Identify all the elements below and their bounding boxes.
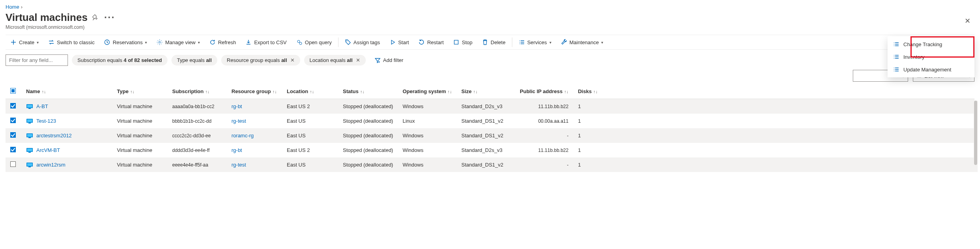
start-button[interactable]: Start	[385, 35, 414, 49]
cell-os: Windows	[398, 128, 457, 143]
table-row[interactable]: arctestrsm2012 Virtual machine cccc2c2c-…	[6, 128, 974, 143]
list-icon	[893, 41, 899, 47]
sort-icon: ↑↓	[448, 89, 452, 94]
col-subscription[interactable]: Subscription↑↓	[167, 84, 227, 99]
filter-chip-resource-group[interactable]: Resource group equals all ✕	[221, 55, 300, 66]
switch-classic-button[interactable]: Switch to classic	[43, 35, 99, 49]
col-status[interactable]: Status↑↓	[338, 84, 398, 99]
vm-name-link[interactable]: A-BT	[36, 103, 48, 109]
svg-rect-20	[28, 167, 31, 167]
add-filter-button[interactable]: Add filter	[370, 55, 408, 66]
create-button[interactable]: Create ▾	[6, 35, 43, 49]
play-icon	[389, 39, 396, 45]
command-bar: Create ▾ Switch to classic Reservations …	[6, 35, 974, 50]
col-name[interactable]: Name↑↓	[21, 84, 112, 99]
refresh-button[interactable]: Refresh	[205, 35, 241, 49]
svg-rect-11	[28, 123, 31, 124]
breadcrumb-home[interactable]: Home	[6, 4, 19, 10]
manage-view-button[interactable]: Manage view ▾	[152, 35, 205, 49]
table-row[interactable]: ArcVM-BT Virtual machine dddd3d3d-ee4e-f…	[6, 143, 974, 157]
col-location[interactable]: Location↑↓	[282, 84, 338, 99]
reservations-button[interactable]: Reservations ▾	[99, 35, 152, 49]
chip-clear-icon[interactable]: ✕	[290, 57, 295, 63]
stop-button[interactable]: Stop	[448, 35, 477, 49]
refresh-icon	[209, 39, 216, 45]
cell-subscription: aaaa0a0a-bb1b-cc2	[167, 99, 227, 114]
maintenance-button[interactable]: Maintenance ▾	[556, 35, 608, 49]
export-csv-button[interactable]: Export to CSV	[241, 35, 291, 49]
scrollbar-thumb[interactable]	[974, 101, 977, 165]
filter-chip-location[interactable]: Location equals all ✕	[304, 55, 366, 66]
list-icon	[519, 39, 525, 45]
table-row[interactable]: A-BT Virtual machine aaaa0a0a-bb1b-cc2 r…	[6, 99, 974, 114]
col-type[interactable]: Type↑↓	[112, 84, 167, 99]
vm-name-link[interactable]: ArcVM-BT	[36, 147, 60, 153]
rg-link[interactable]: roramc-rg	[231, 133, 254, 139]
col-disks[interactable]: Disks↑↓	[573, 84, 602, 99]
rg-link[interactable]: rg-bt	[231, 103, 242, 109]
row-checkbox[interactable]	[10, 132, 16, 138]
row-checkbox[interactable]	[10, 118, 16, 123]
filter-input[interactable]	[6, 54, 68, 66]
cell-size: Standard_DS1_v2	[457, 128, 515, 143]
chevron-down-icon: ▾	[549, 40, 551, 45]
table-row[interactable]: arcwin12rsm Virtual machine eeee4e4e-ff5…	[6, 157, 974, 172]
cell-os: Windows	[398, 143, 457, 157]
select-all-checkbox[interactable]	[10, 88, 16, 94]
cell-type: Virtual machine	[112, 157, 167, 172]
close-icon[interactable]: ✕	[965, 17, 971, 25]
cell-location: East US	[282, 114, 338, 128]
vm-name-link[interactable]: arcwin12rsm	[36, 162, 66, 168]
chevron-right-icon: ›	[21, 4, 23, 10]
sort-icon: ↑↓	[310, 89, 314, 94]
cell-location: East US	[282, 157, 338, 172]
vm-name-link[interactable]: Test-123	[36, 118, 56, 124]
col-size[interactable]: Size↑↓	[457, 84, 515, 99]
rg-link[interactable]: rg-test	[231, 118, 246, 124]
assign-tags-button[interactable]: Assign tags	[340, 35, 385, 49]
vm-name-link[interactable]: arctestrsm2012	[36, 133, 72, 139]
sort-icon: ↑↓	[41, 89, 46, 94]
filter-chip-subscription[interactable]: Subscription equals 4 of 82 selected	[72, 55, 167, 66]
more-icon[interactable]: ···	[104, 11, 115, 24]
services-dropdown: Change Tracking Inventory Update Managem…	[888, 36, 974, 77]
rg-link[interactable]: rg-test	[231, 162, 246, 168]
chevron-down-icon: ▾	[601, 40, 603, 45]
rg-link[interactable]: rg-bt	[231, 147, 242, 153]
menu-update-management[interactable]: Update Management	[888, 63, 974, 76]
cell-subscription: bbbb1b1b-cc2c-dd	[167, 114, 227, 128]
row-checkbox[interactable]	[10, 161, 16, 167]
sort-icon: ↑↓	[473, 89, 478, 94]
menu-change-tracking[interactable]: Change Tracking	[888, 38, 974, 51]
row-checkbox[interactable]	[10, 147, 16, 152]
chevron-down-icon: ▾	[145, 40, 147, 45]
vm-icon	[26, 118, 33, 124]
col-os[interactable]: Operating system↑↓	[398, 84, 457, 99]
cell-disks: 1	[573, 128, 602, 143]
services-button[interactable]: Services ▾	[514, 35, 556, 49]
list-icon	[893, 66, 899, 73]
pin-icon[interactable]	[92, 14, 100, 21]
svg-rect-7	[27, 105, 32, 108]
sort-icon: ↑↓	[130, 89, 134, 94]
menu-inventory[interactable]: Inventory	[888, 51, 974, 63]
cell-status: Stopped (deallocated)	[338, 99, 398, 114]
restart-button[interactable]: Restart	[414, 35, 448, 49]
page-title: Virtual machines	[6, 11, 88, 24]
vertical-scrollbar[interactable]	[974, 101, 978, 172]
chip-clear-icon[interactable]: ✕	[356, 57, 360, 63]
clock-icon	[104, 39, 110, 45]
delete-button[interactable]: Delete	[477, 35, 510, 49]
open-query-button[interactable]: Open query	[292, 35, 337, 49]
cell-disks: 1	[573, 143, 602, 157]
cell-public-ip: -	[515, 157, 573, 172]
tag-icon	[345, 39, 351, 45]
svg-point-2	[297, 40, 300, 43]
col-resource-group[interactable]: Resource group↑↓	[227, 84, 282, 99]
col-public-ip[interactable]: Public IP address↑↓	[515, 84, 573, 99]
sort-icon: ↑↓	[564, 89, 568, 94]
filter-chip-type[interactable]: Type equals all	[171, 55, 217, 66]
row-checkbox[interactable]	[10, 103, 16, 109]
table-row[interactable]: Test-123 Virtual machine bbbb1b1b-cc2c-d…	[6, 114, 974, 128]
svg-rect-5	[454, 40, 458, 44]
